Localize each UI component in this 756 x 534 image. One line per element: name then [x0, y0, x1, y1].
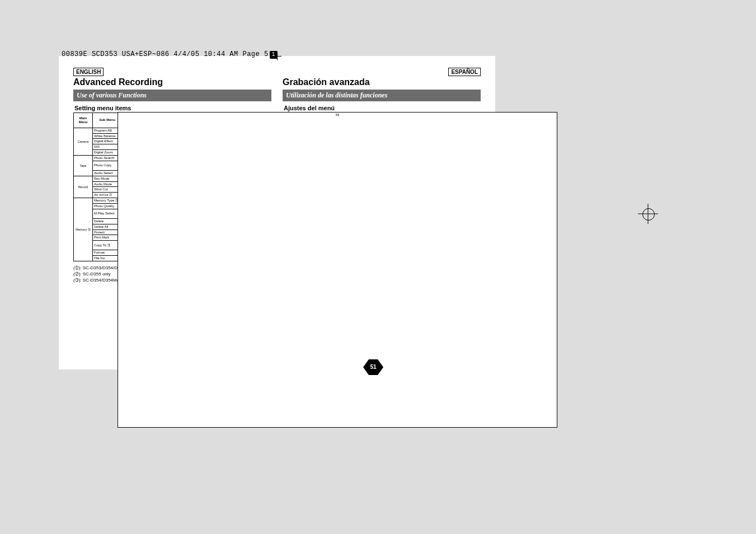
language-box-es: ESPAÑOL: [448, 68, 481, 76]
running-head-text: 00839E SCD353 USA+ESP~086 4/4/05 10:44 A…: [62, 50, 269, 58]
group-cell: Record: [74, 176, 93, 198]
left-section: Setting menu items: [74, 105, 271, 111]
registration-mark-right: [638, 204, 658, 224]
page-number-badge: 51: [363, 359, 383, 377]
manual-page: 00839E SCD353 USA+ESP~086 4/4/05 10:44 A…: [59, 56, 495, 369]
table-row: Archivo No.Opciones de asignación de nom…: [283, 271, 481, 277]
crop-mark-top: [273, 51, 281, 60]
right-subtitle: Utilización de las distintas funciones: [283, 90, 481, 101]
running-head: 00839E SCD353 USA+ESP~086 4/4/05 10:44 A…: [59, 50, 278, 59]
language-box-en: ENGLISH: [73, 68, 104, 76]
group-cell: Camera: [74, 128, 93, 155]
right-table: Menú principal Submenú Funciones Modalid…: [283, 113, 481, 277]
right-column: ESPAÑOL Grabación avanzada Utilización d…: [283, 66, 481, 299]
th-main: Main Menu: [74, 113, 93, 128]
left-title: Advanced Recording: [73, 77, 271, 87]
group-cell: Tape: [74, 156, 93, 176]
group-cell: Memory ➀: [74, 198, 93, 261]
right-section: Ajustes del menú: [284, 105, 481, 111]
page-cell: 93: [118, 112, 557, 428]
left-subtitle: Use of various Functions: [73, 90, 271, 101]
page-number: 51: [363, 359, 383, 375]
right-title: Grabación avanzada: [283, 77, 481, 87]
